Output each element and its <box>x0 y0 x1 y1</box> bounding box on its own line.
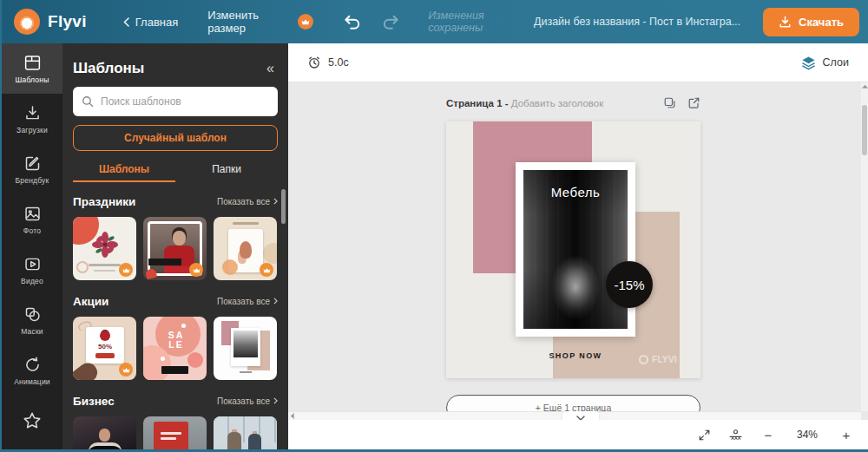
decor-shape <box>100 331 110 341</box>
rail-item-brandbook[interactable]: Брендбук <box>2 144 62 194</box>
flyvi-editor-window: Flyvi Главная Изменить размер Изменения … <box>0 0 868 452</box>
template-thumbnail[interactable] <box>214 317 277 380</box>
work-area: Страница 1 - Добавить заголовок <box>288 82 868 420</box>
download-button[interactable]: Скачать <box>763 8 859 36</box>
rail-item-templates[interactable]: Шаблоны <box>2 43 62 94</box>
rail-label: Маски <box>21 327 43 336</box>
template-thumbnail[interactable] <box>73 217 136 280</box>
fit-zoom-button[interactable] <box>728 429 743 442</box>
alarm-clock-icon <box>307 56 321 69</box>
flyvi-logo[interactable]: Flyvi <box>14 9 87 35</box>
random-template-button[interactable]: Случайный шаблон <box>73 125 278 151</box>
discount-badge-element[interactable]: -15% <box>606 261 653 308</box>
rail-item-masks[interactable]: Маски <box>2 295 62 345</box>
resize-label: Изменить размер <box>207 9 292 35</box>
undo-button[interactable] <box>339 10 365 33</box>
decor-text-line <box>240 371 252 373</box>
redo-button[interactable] <box>378 10 404 33</box>
scroll-left-arrow-icon[interactable] <box>290 413 295 419</box>
flyvi-watermark: FLYVI <box>639 354 677 364</box>
duplicate-page-button[interactable] <box>663 96 676 109</box>
undo-icon <box>343 14 362 29</box>
premium-crown-badge <box>189 263 203 277</box>
zoom-level-value[interactable]: 34% <box>793 429 821 441</box>
fullscreen-button[interactable] <box>698 429 711 442</box>
tab-templates[interactable]: Шаблоны <box>73 158 175 182</box>
document-title[interactable]: Дизайн без названия - Пост в Инстагра... <box>534 16 740 28</box>
rail-item-video[interactable]: Видео <box>2 245 62 295</box>
premium-crown-badge <box>260 263 273 277</box>
export-page-button[interactable] <box>687 96 700 109</box>
save-status-text: Изменения сохранены <box>428 10 534 34</box>
decor-shape <box>240 241 252 259</box>
show-all-business[interactable]: Показать все <box>217 396 278 406</box>
resize-button[interactable]: Изменить размер <box>207 9 313 35</box>
template-thumbnail[interactable]: 50% <box>73 317 136 380</box>
zoom-in-button[interactable]: + <box>838 429 854 442</box>
template-thumbnail[interactable] <box>73 416 136 449</box>
rail-label: Шаблоны <box>16 75 49 84</box>
chevron-right-icon <box>273 198 278 205</box>
canvas-area: 5.0с Слои Страница 1 - Добавить заголово… <box>288 43 868 449</box>
crown-icon <box>263 267 271 273</box>
cta-text-element[interactable]: SHOP NOW <box>516 351 635 360</box>
design-page[interactable]: Мебель -15% SHOP NOW FLYVI <box>446 121 700 378</box>
template-search[interactable] <box>73 87 278 116</box>
templates-panel: Шаблоны « Случайный шаблон Шаблоны Папки… <box>62 43 288 449</box>
crown-icon <box>122 367 130 373</box>
crown-icon <box>122 267 130 273</box>
decor-shape <box>99 429 110 442</box>
page-duration-button[interactable]: 5.0с <box>307 56 349 69</box>
chevron-right-icon <box>273 298 278 305</box>
brandbook-icon <box>23 154 42 173</box>
discount-text: -15% <box>614 278 644 292</box>
collapse-pages-tab[interactable] <box>562 411 599 420</box>
zoom-out-button[interactable]: − <box>760 429 776 442</box>
search-input[interactable] <box>101 95 269 108</box>
rail-item-photo[interactable]: Фото <box>2 194 62 245</box>
home-label: Главная <box>135 16 178 29</box>
decor-text-line <box>94 270 115 272</box>
sale-text: SALE <box>166 331 187 349</box>
section-title-holidays: Праздники <box>73 195 135 208</box>
decor-text-line <box>161 437 176 440</box>
template-thumbnail[interactable] <box>214 416 277 449</box>
collapse-panel-button[interactable]: « <box>263 61 278 76</box>
template-thumbnail[interactable] <box>214 217 277 280</box>
flower-graphic <box>91 231 119 259</box>
photo-frame-element[interactable]: Мебель <box>516 162 635 337</box>
panel-scrollbar-thumb[interactable] <box>281 189 286 224</box>
duplicate-icon <box>663 96 676 109</box>
decor-text-line <box>233 222 259 225</box>
decor-card <box>154 422 188 449</box>
rail-item-uploads[interactable]: Загрузки <box>2 94 62 144</box>
template-thumbnail[interactable] <box>143 217 207 280</box>
vertical-scrollbar-thumb[interactable] <box>862 105 867 155</box>
rail-label: Фото <box>23 226 41 235</box>
template-thumbnail[interactable] <box>143 416 207 449</box>
rail-item-elements[interactable] <box>2 396 62 446</box>
crown-icon <box>301 18 310 25</box>
watermark-ring-icon <box>639 355 648 364</box>
decor-text-line <box>89 264 121 266</box>
show-all-holidays[interactable]: Показать все <box>217 197 278 206</box>
scroll-up-arrow-icon[interactable] <box>862 84 868 89</box>
download-icon <box>779 16 792 29</box>
design-headline-text[interactable]: Мебель <box>516 185 635 200</box>
decor-shape <box>187 352 203 368</box>
home-button[interactable]: Главная <box>123 16 178 29</box>
canvas-toolbar: 5.0с Слои <box>288 43 868 82</box>
decor-shape <box>181 324 186 328</box>
rail-item-animations[interactable]: Анимации <box>2 345 62 396</box>
page-number-label: Страница 1 - <box>446 98 511 108</box>
decor-shape <box>148 259 181 265</box>
masks-icon <box>23 305 42 324</box>
tab-folders[interactable]: Папки <box>175 158 278 182</box>
page-title-placeholder: Добавить заголовок <box>511 98 603 108</box>
fit-zoom-icon <box>728 429 743 442</box>
page-title-field[interactable]: Страница 1 - Добавить заголовок <box>446 98 603 108</box>
uploads-icon <box>23 104 42 122</box>
layers-button[interactable]: Слои <box>801 56 849 70</box>
template-thumbnail[interactable]: SALE <box>143 317 207 380</box>
show-all-promos[interactable]: Показать все <box>217 297 278 306</box>
